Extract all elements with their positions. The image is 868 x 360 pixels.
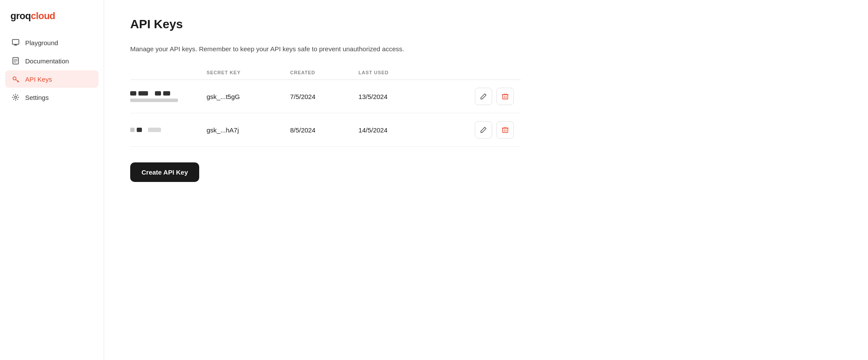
last-used-2: 14/5/2024 bbox=[352, 113, 428, 147]
actions-cell-2 bbox=[428, 113, 521, 147]
svg-rect-0 bbox=[13, 40, 19, 44]
col-created: CREATED bbox=[283, 66, 352, 80]
last-used-1: 13/5/2024 bbox=[352, 80, 428, 113]
create-api-key-button[interactable]: Create API Key bbox=[130, 162, 199, 182]
created-1: 7/5/2024 bbox=[283, 80, 352, 113]
sidebar-item-api-keys[interactable]: API Keys bbox=[5, 70, 99, 88]
sidebar-item-label-documentation: Documentation bbox=[25, 57, 69, 65]
key-block bbox=[155, 91, 161, 96]
sidebar-item-label-settings: Settings bbox=[25, 94, 49, 101]
main-content: API Keys Manage your API keys. Remember … bbox=[104, 0, 868, 360]
key-block bbox=[137, 128, 142, 132]
delete-button-1[interactable] bbox=[496, 88, 514, 105]
sidebar-item-playground[interactable]: Playground bbox=[5, 34, 99, 51]
key-block bbox=[130, 128, 135, 132]
sidebar-nav: Playground Documentation bbox=[0, 34, 104, 106]
sidebar-item-label-api-keys: API Keys bbox=[25, 76, 52, 83]
col-secret-key: SECRET KEY bbox=[200, 66, 283, 80]
logo: groqcloud bbox=[0, 0, 104, 34]
delete-button-2[interactable] bbox=[496, 121, 514, 139]
key-icon bbox=[11, 75, 20, 83]
svg-rect-19 bbox=[503, 128, 508, 132]
sidebar-item-settings[interactable]: Settings bbox=[5, 89, 99, 106]
table-row: gsk_...t5gG 7/5/2024 13/5/2024 bbox=[130, 80, 521, 113]
edit-button-2[interactable] bbox=[475, 121, 492, 139]
svg-point-11 bbox=[15, 96, 17, 99]
sidebar-item-documentation[interactable]: Documentation bbox=[5, 52, 99, 69]
key-name-cell-2 bbox=[130, 113, 200, 147]
sidebar: groqcloud Playground bbox=[0, 0, 104, 360]
logo-cloud: cloud bbox=[31, 10, 55, 22]
key-block bbox=[163, 91, 170, 96]
secret-key-1: gsk_...t5gG bbox=[200, 80, 283, 113]
description-text: Manage your API keys. Remember to keep y… bbox=[130, 45, 842, 53]
edit-button-1[interactable] bbox=[475, 88, 492, 105]
svg-rect-12 bbox=[503, 95, 508, 99]
col-name bbox=[130, 66, 200, 80]
created-2: 8/5/2024 bbox=[283, 113, 352, 147]
key-block bbox=[148, 128, 161, 132]
key-bar-1 bbox=[130, 99, 178, 102]
table-header-row: SECRET KEY CREATED LAST USED bbox=[130, 66, 521, 80]
key-block bbox=[138, 91, 148, 96]
table-row: gsk_...hA7j 8/5/2024 14/5/2024 bbox=[130, 113, 521, 147]
col-last-used: LAST USED bbox=[352, 66, 428, 80]
secret-key-2: gsk_...hA7j bbox=[200, 113, 283, 147]
actions-cell-1 bbox=[428, 80, 521, 113]
sidebar-item-label-playground: Playground bbox=[25, 39, 58, 46]
file-icon bbox=[11, 56, 20, 65]
logo-groq: groq bbox=[10, 10, 31, 22]
key-block bbox=[130, 91, 136, 96]
gear-icon bbox=[11, 93, 20, 102]
monitor-icon bbox=[11, 38, 20, 47]
key-name-cell-1 bbox=[130, 80, 200, 113]
svg-point-7 bbox=[13, 77, 16, 80]
key-blocks-row-2 bbox=[130, 128, 193, 132]
key-blocks-row-1 bbox=[130, 91, 193, 96]
api-keys-table: SECRET KEY CREATED LAST USED bbox=[130, 66, 521, 147]
page-title: API Keys bbox=[130, 17, 842, 31]
col-actions bbox=[428, 66, 521, 80]
